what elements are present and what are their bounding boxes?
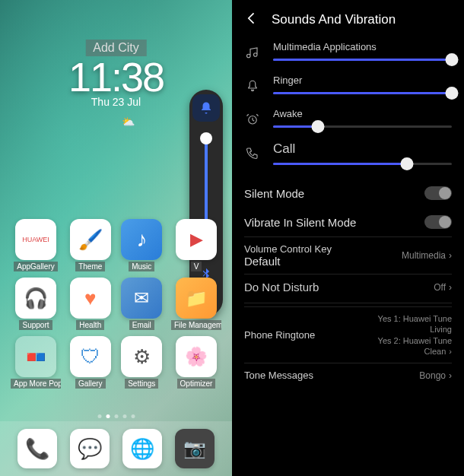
dock-browser[interactable]: 🌐 bbox=[122, 429, 162, 468]
alarm-icon bbox=[246, 113, 259, 126]
slider-multimedia: Multimedia Applications bbox=[244, 41, 452, 61]
settings-header: Sounds And Vibration bbox=[244, 11, 452, 29]
globe-icon: 🌐 bbox=[130, 437, 154, 461]
multimedia-slider[interactable] bbox=[273, 59, 452, 61]
headset-icon: 🎧 bbox=[24, 287, 48, 310]
folder-icon: 📁 bbox=[185, 287, 208, 309]
app-support[interactable]: 🎧Support bbox=[11, 278, 61, 330]
gear-icon: ⚙ bbox=[133, 345, 151, 369]
app-gallery[interactable]: 🛡Gallery bbox=[68, 336, 113, 389]
phone-outline-icon bbox=[246, 146, 259, 160]
homescreen: Add City 11:38 Thu 23 Jul ⛅ HUAWEIAppGal… bbox=[0, 0, 232, 476]
dock-phone[interactable]: 📞 bbox=[17, 429, 57, 468]
page-indicator bbox=[97, 414, 135, 418]
arrow-left-icon bbox=[244, 11, 259, 26]
huawei-logo-icon: HUAWEI bbox=[22, 236, 49, 243]
settings-panel: Sounds And Vibration Multimedia Applicat… bbox=[232, 0, 464, 476]
chevron-right-icon: › bbox=[449, 250, 452, 261]
dock-messages[interactable]: 💬 bbox=[70, 429, 110, 468]
slider-call: Call bbox=[244, 141, 452, 165]
ringer-slider[interactable] bbox=[273, 92, 452, 94]
camera-icon: 📷 bbox=[183, 438, 206, 459]
brush-icon: 🖌️ bbox=[78, 228, 103, 252]
silent-mode-row[interactable]: Silent Mode bbox=[244, 179, 452, 208]
slider-alarm: Awake bbox=[244, 108, 452, 128]
bell-outline-icon bbox=[246, 79, 259, 93]
heart-icon: ♥ bbox=[84, 287, 96, 310]
play-icon: ▶ bbox=[190, 230, 203, 249]
chevron-right-icon: › bbox=[449, 282, 452, 293]
folder-apps-icon: 🟥🟦 bbox=[27, 353, 45, 361]
app-health[interactable]: ♥Health bbox=[68, 278, 113, 330]
page-title: Sounds And Vibration bbox=[272, 12, 396, 27]
ringtone-row[interactable]: Phone Ringtone Yes 1: Huawei Tune Living… bbox=[244, 306, 452, 363]
app-appgallery[interactable]: HUAWEIAppGallery bbox=[11, 219, 61, 271]
app-optimizer[interactable]: 🌸Optimizer bbox=[171, 336, 221, 389]
call-slider[interactable] bbox=[273, 163, 452, 165]
volume-thumb[interactable] bbox=[200, 132, 212, 144]
app-theme[interactable]: 🖌️Theme bbox=[68, 219, 113, 271]
dnd-row[interactable]: Do Not Disturb Off› bbox=[244, 274, 452, 300]
tone-messages-row[interactable]: Tone Messages Bongo› bbox=[244, 363, 452, 387]
chat-icon: 💬 bbox=[78, 437, 102, 461]
app-settings[interactable]: ⚙Settings bbox=[120, 336, 164, 389]
vibrate-silent-toggle[interactable] bbox=[424, 215, 452, 229]
app-folder[interactable]: 🟥🟦App More Popol bbox=[11, 336, 61, 389]
ringer-mode-button[interactable] bbox=[192, 94, 220, 122]
chevron-right-icon: › bbox=[449, 370, 452, 381]
divider bbox=[244, 303, 452, 303]
back-button[interactable] bbox=[244, 11, 259, 29]
vibrate-silent-row[interactable]: Vibrate In Silent Mode bbox=[244, 208, 452, 236]
app-music[interactable]: ♪Music bbox=[120, 219, 164, 271]
dock: 📞 💬 🌐 📷 bbox=[0, 421, 232, 476]
dock-camera[interactable]: 📷 bbox=[175, 429, 215, 468]
app-email[interactable]: ✉Email bbox=[120, 278, 164, 330]
volume-key-row[interactable]: Volume Control Key Default Multimedia› bbox=[244, 236, 452, 274]
alarm-slider[interactable] bbox=[273, 125, 452, 128]
silent-mode-toggle[interactable] bbox=[424, 186, 452, 200]
shield-icon: 🛡 bbox=[81, 345, 100, 369]
clock-time: 11:38 bbox=[68, 53, 164, 100]
pinwheel-icon: 🌸 bbox=[185, 346, 208, 367]
music-icon bbox=[246, 46, 259, 59]
music-note-icon: ♪ bbox=[136, 227, 147, 252]
app-grid: HUAWEIAppGallery 🖌️Theme ♪Music ▶V 🎧Supp… bbox=[0, 219, 232, 389]
bell-icon bbox=[199, 101, 213, 115]
app-files[interactable]: 📁File Management bbox=[171, 278, 221, 330]
slider-ringer: Ringer bbox=[244, 75, 452, 94]
weather-icon[interactable]: ⛅ bbox=[122, 116, 135, 128]
envelope-icon: ✉ bbox=[134, 287, 149, 309]
phone-icon: 📞 bbox=[25, 437, 49, 461]
clock-widget[interactable]: 11:38 Thu 23 Jul bbox=[68, 53, 164, 108]
chevron-right-icon: › bbox=[449, 347, 452, 356]
app-video[interactable]: ▶V bbox=[171, 219, 221, 271]
